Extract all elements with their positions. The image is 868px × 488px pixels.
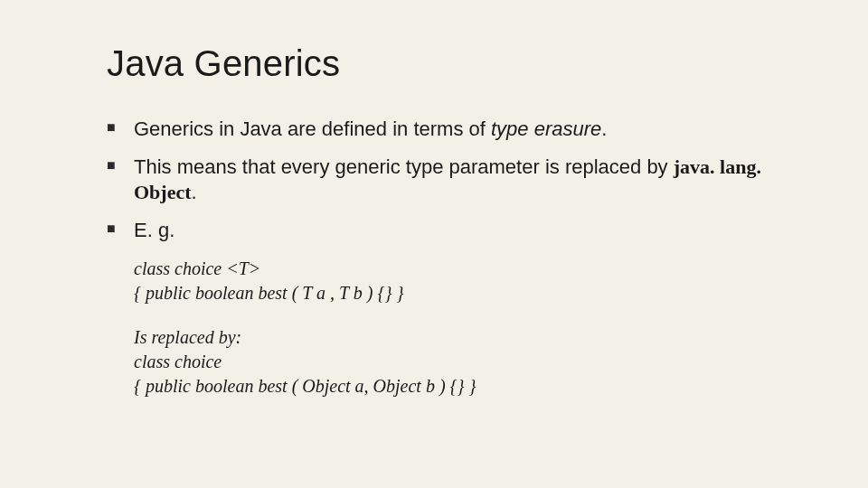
bullet-3-text: E. g. bbox=[134, 219, 175, 241]
code-line-4: { public boolean best ( Object a, Object… bbox=[134, 374, 778, 399]
code-replaced-intro: Is replaced by: bbox=[134, 325, 778, 350]
bullet-3: E. g. bbox=[107, 218, 778, 243]
code-line-1: class choice <T> bbox=[134, 257, 778, 281]
code-gap bbox=[134, 305, 778, 325]
bullet-1-post: . bbox=[601, 117, 607, 140]
code-line-3: class choice bbox=[134, 350, 778, 374]
bullet-1-pre: Generics in Java are defined in terms of bbox=[134, 117, 491, 140]
bullet-list: Generics in Java are defined in terms of… bbox=[107, 117, 778, 244]
bullet-2: This means that every generic type param… bbox=[107, 155, 778, 205]
bullet-1-emph: type erasure bbox=[491, 117, 601, 140]
bullet-2-post: . bbox=[192, 181, 197, 203]
slide: Java Generics Generics in Java are defin… bbox=[0, 0, 868, 488]
code-line-2: { public boolean best ( T a , T b ) {} } bbox=[134, 281, 778, 305]
bullet-1: Generics in Java are defined in terms of… bbox=[107, 117, 778, 142]
bullet-2-pre: This means that every generic type param… bbox=[134, 155, 674, 178]
code-block: class choice <T> { public boolean best (… bbox=[134, 257, 778, 399]
slide-title: Java Generics bbox=[107, 43, 778, 84]
